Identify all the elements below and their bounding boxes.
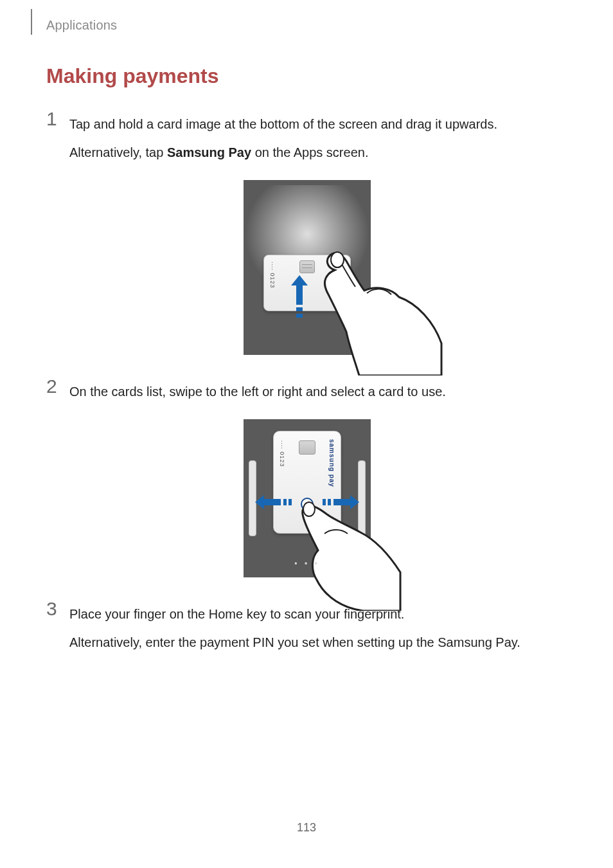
page-number: 113 [0,821,613,835]
svg-marker-5 [255,495,281,509]
card-chip-icon [299,260,315,273]
step-number: 1 [46,108,69,129]
step-body: Place your finger on the Home key to sca… [69,598,520,658]
hand-drag-icon [321,247,443,375]
svg-rect-7 [289,499,292,505]
manual-page: Applications Making payments 1 Tap and h… [0,0,613,868]
step-1: 1 Tap and hold a card image at the botto… [46,108,568,168]
section-title: Making payments [46,64,219,88]
page-indicator-dots: • • • [244,559,371,568]
svg-rect-2 [296,314,303,318]
step-text: Alternatively, enter the payment PIN you… [69,635,520,649]
step-body: Tap and hold a card image at the bottom … [69,108,497,168]
svg-marker-0 [291,275,308,305]
breadcrumb: Applications [46,18,117,33]
drag-up-arrow-icon [291,275,308,323]
phone-illustration: ···· 0123 samsung pay [244,419,371,577]
svg-point-4 [331,252,344,267]
steps-list: 1 Tap and hold a card image at the botto… [46,102,568,670]
svg-rect-6 [283,499,287,505]
card-digits: ···· 0123 [269,262,276,289]
step-number: 3 [46,598,69,619]
figure-1: ···· 0123 SAMSUNG [46,180,568,357]
step-text: Alternatively, tap [69,145,167,159]
step-text: Tap and hold a card image at the bottom … [69,117,497,131]
swipe-left-arrow-icon [255,495,296,509]
hand-swipe-icon [299,495,402,611]
step-text-bold: Samsung Pay [167,145,251,159]
phone-illustration: ···· 0123 SAMSUNG [244,180,371,355]
figure-2: ···· 0123 samsung pay [46,419,568,580]
step-body: On the cards list, swipe to the left or … [69,375,446,408]
step-2: 2 On the cards list, swipe to the left o… [46,375,568,408]
step-number: 2 [46,375,69,396]
card-chip-icon [299,440,315,455]
step-text: On the cards list, swipe to the left or … [69,384,446,399]
step-text: on the Apps screen. [251,145,368,159]
svg-rect-1 [296,307,303,311]
svg-point-11 [303,502,315,516]
header-divider [31,9,32,35]
card-brand: samsung pay [328,439,335,487]
card-digits: ···· 0123 [279,440,285,467]
